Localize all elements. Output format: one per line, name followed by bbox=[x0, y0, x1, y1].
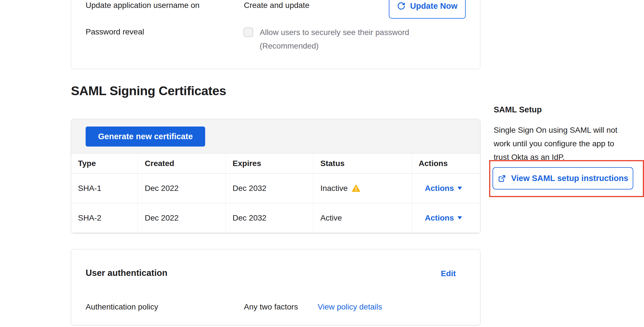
saml-setup-panel: SAML Setup Single Sign On using SAML wil… bbox=[494, 105, 635, 164]
external-link-icon bbox=[498, 174, 506, 183]
table-row-sha2: SHA-2 Dec 2022 Dec 2032 Active Actions bbox=[71, 203, 480, 233]
actions-dropdown[interactable]: Actions bbox=[419, 184, 462, 193]
actions-dropdown[interactable]: Actions bbox=[419, 213, 462, 223]
refresh-icon bbox=[397, 2, 406, 10]
user-authentication-card: User authentication Edit Authentication … bbox=[71, 249, 480, 325]
authentication-policy-value: Any two factors bbox=[244, 302, 298, 311]
password-reveal-description-2: (Recommended) bbox=[260, 42, 319, 51]
view-policy-details-link[interactable]: View policy details bbox=[318, 302, 382, 311]
saml-certificates-card: Generate new certificate Type Created Ex… bbox=[71, 119, 480, 233]
saml-setup-title: SAML Setup bbox=[494, 105, 635, 114]
status-text: Inactive bbox=[320, 184, 348, 193]
generate-certificate-button[interactable]: Generate new certificate bbox=[86, 127, 205, 147]
column-header-expires: Expires bbox=[226, 154, 314, 173]
saml-setup-description-line: Single Sign On using SAML will not bbox=[494, 123, 635, 137]
page: Update application username on Create an… bbox=[0, 0, 644, 327]
update-now-button[interactable]: Update Now bbox=[389, 0, 466, 19]
cell-status: Inactive bbox=[313, 173, 412, 203]
password-reveal-label: Password reveal bbox=[86, 27, 144, 36]
column-header-type: Type bbox=[71, 154, 138, 173]
status-text: Active bbox=[320, 213, 342, 223]
app-settings-card: Update application username on Create an… bbox=[71, 0, 480, 69]
cell-created: Dec 2022 bbox=[138, 173, 226, 203]
cell-expires: Dec 2032 bbox=[226, 173, 314, 203]
saml-certificates-heading: SAML Signing Certificates bbox=[71, 84, 226, 98]
column-header-status: Status bbox=[313, 154, 412, 173]
certificates-toolbar: Generate new certificate bbox=[71, 119, 480, 154]
table-header-row: Type Created Expires Status Actions bbox=[71, 154, 480, 173]
cell-type: SHA-1 bbox=[71, 173, 138, 203]
update-username-value: Create and update bbox=[244, 1, 309, 10]
edit-link[interactable]: Edit bbox=[441, 269, 456, 278]
actions-label: Actions bbox=[425, 213, 454, 223]
warning-icon bbox=[352, 184, 360, 192]
password-reveal-checkbox[interactable] bbox=[244, 27, 253, 37]
cell-status: Active bbox=[313, 203, 412, 233]
table-row-sha1: SHA-1 Dec 2022 Dec 2032 Inactive bbox=[71, 173, 480, 203]
certificates-table: Type Created Expires Status Actions SHA-… bbox=[71, 154, 480, 233]
saml-setup-description: Single Sign On using SAML will not work … bbox=[494, 123, 635, 164]
password-reveal-description: Allow users to securely see their passwo… bbox=[260, 28, 409, 37]
authentication-policy-label: Authentication policy bbox=[86, 302, 158, 311]
actions-label: Actions bbox=[425, 184, 454, 193]
cell-expires: Dec 2032 bbox=[226, 203, 314, 233]
saml-setup-description-line: trust Okta as an IdP. bbox=[494, 151, 635, 164]
cell-created: Dec 2022 bbox=[138, 203, 226, 233]
view-saml-setup-instructions-label: View SAML setup instructions bbox=[511, 174, 628, 183]
cell-type: SHA-2 bbox=[71, 203, 138, 233]
update-now-label: Update Now bbox=[410, 1, 457, 11]
caret-down-icon bbox=[457, 187, 462, 190]
cell-actions: Actions bbox=[412, 173, 480, 203]
column-header-actions: Actions bbox=[412, 154, 480, 173]
column-header-created: Created bbox=[138, 154, 226, 173]
saml-setup-description-line: work until you configure the app to bbox=[494, 137, 635, 151]
caret-down-icon bbox=[457, 216, 462, 219]
update-username-label: Update application username on bbox=[86, 1, 200, 10]
user-authentication-title: User authentication bbox=[86, 268, 167, 278]
cell-actions: Actions bbox=[412, 203, 480, 233]
view-saml-setup-instructions-button[interactable]: View SAML setup instructions bbox=[493, 167, 633, 189]
